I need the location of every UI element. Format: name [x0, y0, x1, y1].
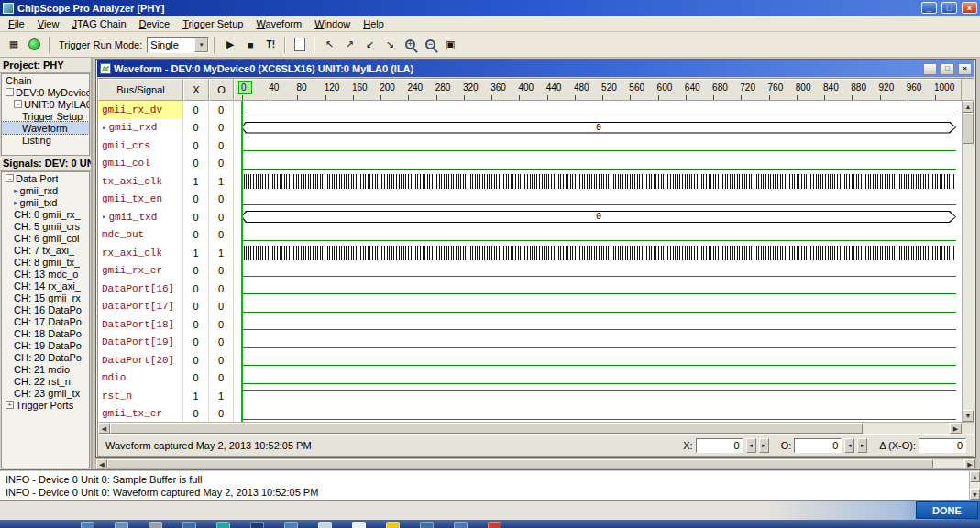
collapse-icon[interactable]: -	[6, 174, 14, 182]
taskbar[interactable]	[0, 520, 980, 528]
project-item-trigger-setup[interactable]: Trigger Setup	[2, 110, 89, 122]
bus-expand-icon[interactable]: ▸	[102, 123, 106, 133]
signal-waveform[interactable]: 0	[234, 119, 962, 138]
signal-waveform[interactable]	[234, 315, 962, 334]
project-item-chain[interactable]: Chain	[2, 74, 89, 86]
signal-item-ch-15-gmii-rx[interactable]: CH: 15 gmii_rx	[2, 292, 89, 303]
mdi-scrollbar-track[interactable]	[933, 459, 964, 468]
taskbar-app-icon[interactable]	[149, 522, 162, 528]
signal-name-cell[interactable]: gmii_crs	[98, 137, 183, 155]
signal-name-cell[interactable]: DataPort[17]	[98, 298, 183, 316]
taskbar-app-icon[interactable]	[182, 522, 196, 528]
taskbar-app-icon[interactable]	[81, 522, 94, 528]
x-cursor-value[interactable]: 0	[696, 438, 743, 453]
signal-name-cell[interactable]: gmii_tx_er	[98, 405, 183, 423]
menu-device[interactable]: Device	[133, 16, 177, 31]
signal-item-ch-16-datapo[interactable]: CH: 16 DataPo	[2, 303, 89, 315]
scroll-left-button[interactable]	[96, 459, 107, 468]
taskbar-app-icon[interactable]	[352, 522, 366, 528]
signal-name-cell[interactable]: ▸gmii_txd	[98, 208, 183, 226]
core-status-indicator[interactable]	[24, 35, 44, 54]
signal-waveform[interactable]	[234, 387, 962, 405]
minimize-button[interactable]: _	[921, 2, 937, 14]
zoom-in-button[interactable]: +	[400, 35, 420, 54]
taskbar-app-icon[interactable]	[386, 522, 400, 528]
signal-name-cell[interactable]: DataPort[20]	[98, 351, 183, 369]
signal-name-cell[interactable]: DataPort[19]	[98, 334, 183, 352]
signal-item-data-port[interactable]: -Data Port	[2, 172, 89, 184]
scroll-up-button[interactable]	[970, 471, 980, 482]
signal-waveform[interactable]	[234, 155, 962, 173]
signal-name-cell[interactable]: tx_axi_clk	[98, 172, 183, 191]
signal-name-cell[interactable]: DataPort[16]	[98, 280, 183, 298]
signal-waveform[interactable]	[234, 298, 962, 316]
x-cursor-next-button[interactable]	[759, 438, 769, 453]
window-maximize-button[interactable]: □	[941, 63, 954, 75]
signal-item-ch-0-gmii-rx[interactable]: CH: 0 gmii_rx_	[2, 208, 89, 220]
project-grid-button[interactable]: ▦	[4, 35, 24, 54]
zoom-fit-button[interactable]: ▣	[440, 35, 460, 54]
signal-item-ch-18-datapo[interactable]: CH: 18 DataPo	[2, 327, 89, 339]
signal-name-cell[interactable]: rx_axi_clk	[98, 244, 183, 262]
signal-item-ch-19-datapo[interactable]: CH: 19 DataPo	[2, 339, 89, 351]
horizontal-scrollbar-track[interactable]	[863, 423, 950, 434]
signal-waveform[interactable]	[234, 191, 962, 209]
signal-item-ch-7-tx-axi[interactable]: CH: 7 tx_axi_	[2, 244, 89, 256]
signal-item-ch-20-datapo[interactable]: CH: 20 DataPo	[2, 351, 89, 363]
maximize-button[interactable]: □	[941, 2, 957, 14]
bus-expand-icon[interactable]: ▸	[102, 212, 106, 222]
vertical-scrollbar-thumb[interactable]	[963, 113, 974, 144]
project-item-waveform[interactable]: Waveform	[2, 122, 89, 134]
signal-waveform[interactable]	[234, 244, 962, 262]
mdi-scrollbar-thumb[interactable]	[107, 459, 933, 468]
signal-name-cell[interactable]: mdio	[98, 369, 183, 388]
signal-name-cell[interactable]: ▸gmii_rxd	[98, 119, 183, 138]
o-cursor-next-button[interactable]	[857, 438, 867, 453]
signal-item-ch-21-mdio[interactable]: CH: 21 mdio	[2, 363, 89, 375]
taskbar-app-icon[interactable]	[420, 522, 434, 528]
signal-name-cell[interactable]: mdc_out	[98, 226, 183, 245]
mdi-horizontal-scrollbar[interactable]	[95, 458, 976, 469]
taskbar-app-icon[interactable]	[115, 522, 128, 528]
signal-item-ch-17-datapo[interactable]: CH: 17 DataPo	[2, 315, 89, 327]
menu-waveform[interactable]: Waveform	[249, 16, 308, 31]
x-column-header[interactable]: X	[183, 79, 209, 101]
goto-t-marker-button[interactable]: ↖	[319, 35, 339, 54]
o-cursor-value[interactable]: 0	[794, 438, 842, 453]
signal-item-ch-22-rst-n[interactable]: CH: 22 rst_n	[2, 375, 89, 387]
taskbar-app-icon[interactable]	[250, 522, 264, 528]
scroll-down-button[interactable]	[970, 489, 980, 500]
menu-window[interactable]: Window	[308, 16, 357, 31]
expand-icon[interactable]: +	[6, 401, 14, 409]
signal-waveform[interactable]	[234, 334, 962, 352]
signal-waveform[interactable]	[234, 262, 962, 280]
scroll-down-button[interactable]	[963, 410, 974, 422]
trigger-immediate-button[interactable]: T!	[260, 35, 281, 54]
signal-name-cell[interactable]: gmii_rx_er	[98, 262, 183, 280]
log-scrollbar[interactable]	[969, 471, 980, 500]
scroll-right-button[interactable]	[950, 423, 962, 434]
signal-item-trigger-ports[interactable]: +Trigger Ports	[2, 399, 89, 411]
collapse-icon[interactable]: -	[6, 88, 14, 96]
trigger-run-mode-select[interactable]: Single	[147, 37, 209, 53]
open-waveform-button[interactable]	[290, 35, 310, 54]
waveform-window-titlebar[interactable]: Waveform - DEV:0 MyDevice0 (XC6SLX16) UN…	[97, 60, 974, 77]
taskbar-app-icon[interactable]	[284, 522, 298, 528]
taskbar-app-icon[interactable]	[318, 522, 332, 528]
signal-name-cell[interactable]: gmii_rx_dv	[98, 101, 183, 119]
title-bar[interactable]: ChipScope Pro Analyzer [PHY] _ □ ×	[0, 0, 980, 16]
scroll-right-button[interactable]	[964, 459, 975, 468]
signal-waveform[interactable]	[234, 405, 962, 423]
project-item-dev-0-mydevice0-xc[interactable]: -DEV:0 MyDevice0 (XC	[2, 86, 89, 98]
window-minimize-button[interactable]: _	[923, 63, 937, 75]
signal-waveform[interactable]	[234, 226, 962, 245]
bus-expand-icon[interactable]: ▸	[14, 186, 18, 195]
bus-expand-icon[interactable]: ▸	[14, 198, 18, 207]
menu-view[interactable]: View	[31, 16, 66, 31]
signal-waveform[interactable]	[234, 172, 962, 191]
signal-waveform[interactable]	[234, 101, 962, 119]
signal-waveform[interactable]	[234, 137, 962, 155]
signal-item-ch-8-gmii-tx[interactable]: CH: 8 gmii_tx_	[2, 256, 89, 268]
signal-name-cell[interactable]: gmii_tx_en	[98, 191, 183, 209]
zoom-out-button[interactable]: −	[420, 35, 440, 54]
